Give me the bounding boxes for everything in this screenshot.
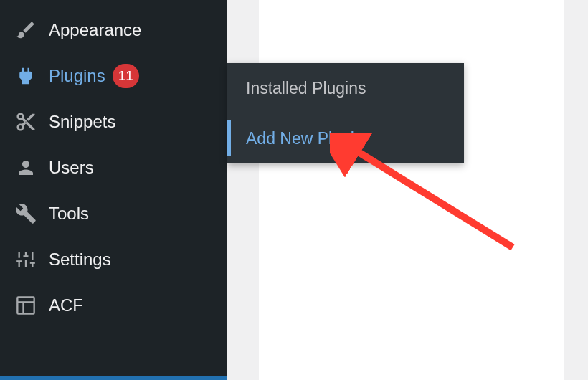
- sliders-icon: [13, 247, 39, 272]
- sidebar-item-acf[interactable]: ACF: [0, 282, 227, 328]
- sidebar-item-label: Snippets: [49, 112, 115, 132]
- sidebar-item-appearance[interactable]: Appearance: [0, 7, 227, 53]
- sidebar-item-label: Users: [49, 158, 94, 178]
- content-panel: [259, 0, 564, 380]
- grid-icon: [13, 293, 39, 318]
- update-count-badge: 11: [113, 64, 139, 88]
- user-icon: [13, 155, 39, 181]
- submenu-item-add-new-plugin[interactable]: Add New Plugin: [227, 113, 464, 163]
- sidebar-item-label: Settings: [49, 250, 111, 270]
- scissors-icon: [13, 109, 39, 135]
- plug-icon: [13, 63, 39, 89]
- main-content-area: [227, 0, 588, 380]
- sidebar-item-label: Plugins: [49, 66, 105, 86]
- sidebar-item-settings[interactable]: Settings: [0, 237, 227, 282]
- sidebar-bottom-accent: [0, 376, 227, 380]
- svg-rect-9: [17, 297, 34, 313]
- submenu-item-label: Installed Plugins: [246, 79, 366, 98]
- plugins-submenu-flyout: Installed Plugins Add New Plugin: [227, 63, 464, 163]
- wrench-icon: [13, 201, 39, 227]
- sidebar-item-snippets[interactable]: Snippets: [0, 99, 227, 145]
- sidebar-item-tools[interactable]: Tools: [0, 191, 227, 237]
- sidebar-item-label: Appearance: [49, 20, 141, 40]
- admin-sidebar: Appearance Plugins 11 Snippets Users: [0, 0, 227, 380]
- sidebar-item-users[interactable]: Users: [0, 145, 227, 191]
- brush-icon: [13, 17, 39, 43]
- sidebar-item-label: Tools: [49, 204, 89, 224]
- submenu-item-installed-plugins[interactable]: Installed Plugins: [227, 63, 464, 113]
- sidebar-item-label: ACF: [49, 295, 83, 315]
- sidebar-item-plugins[interactable]: Plugins 11: [0, 53, 227, 99]
- submenu-item-label: Add New Plugin: [246, 129, 364, 148]
